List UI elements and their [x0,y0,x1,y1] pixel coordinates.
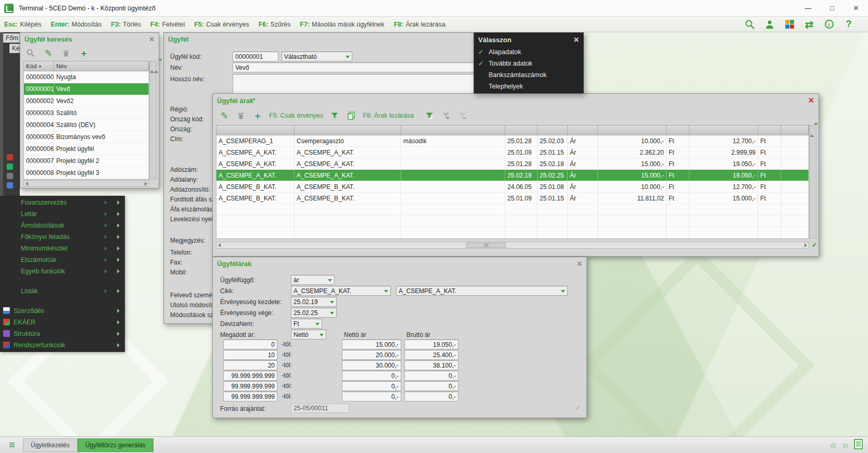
help-icon[interactable]: ? [843,19,854,30]
function-shortcut[interactable]: F4: Felvétel [150,21,185,28]
select-window-close-icon[interactable]: ✕ [573,36,579,44]
tier-net-price-input[interactable] [342,360,401,370]
valid-from-dropdown[interactable]: 25.02.19 [291,297,337,307]
tier-quantity-input[interactable] [223,371,277,381]
transfer-icon[interactable]: ⇄ [803,19,815,30]
add-icon[interactable]: + [79,48,89,58]
menu-item-lists[interactable]: Listák [0,285,125,297]
tier-quantity-input[interactable] [223,350,277,360]
column-header-code[interactable]: Kód [24,61,54,71]
confirm-check-icon[interactable]: ✓ [811,241,818,249]
function-shortcut[interactable]: Esc: Kilépés [4,21,41,28]
customer-search-row[interactable]: 00000008 Projekt ügyfél 3 [24,167,149,179]
tier-net-price-input[interactable] [342,371,401,381]
search-vertical-scrollbar[interactable] [149,61,157,180]
scroll-up-icon[interactable] [810,125,814,137]
menu-item[interactable]: EKÁER [0,317,125,328]
price-column-header[interactable] [781,125,809,135]
user-icon[interactable] [764,19,775,30]
customer-search-row[interactable]: 00000005 Bizományos vevő [24,131,149,143]
filter-apply-icon[interactable] [424,110,435,121]
customer-search-row[interactable]: 00000002 Vevő2 [24,95,149,107]
tier-net-price-input[interactable] [342,381,401,391]
copy-icon[interactable] [346,110,356,121]
scrollbar-thumb[interactable] [466,243,506,248]
navigate-back-icon[interactable]: « [829,439,836,451]
menu-item[interactable]: Minimumkészlet [0,243,125,254]
menu-item[interactable]: Leltár [0,208,125,220]
scroll-right-icon[interactable] [145,182,147,186]
delete-icon[interactable] [61,48,71,58]
add-icon[interactable]: + [252,110,263,121]
menu-item[interactable]: Főkönyvi feladás [0,231,125,243]
tier-quantity-input[interactable] [223,392,277,401]
column-header-name[interactable]: Név [54,61,149,71]
edit-icon[interactable]: ✎ [219,110,229,121]
info-icon[interactable]: i [823,19,835,30]
price-row[interactable]: A_CSEMPE_B_KAT. A_CSEMPE_B_KAT. 24.06.05… [216,181,809,193]
confirm-check-icon[interactable]: ✓ [575,403,581,411]
apps-grid-icon[interactable] [784,19,795,30]
prices-horizontal-scrollbar[interactable] [216,242,809,249]
scroll-up-icon[interactable] [150,61,154,73]
scroll-up-icon[interactable] [154,61,158,73]
given-price-dropdown[interactable]: Nettó [291,330,326,339]
function-shortcut[interactable]: F8: Árak lezárása [394,21,445,28]
search-icon[interactable] [25,48,36,58]
select-option[interactable]: ✓ További adatok [474,58,583,69]
item-code-dropdown[interactable]: A_CSEMPE_A_KAT. [291,286,391,296]
sidebar-mini-icon[interactable] [7,163,13,170]
document-icon[interactable] [854,439,863,451]
minimize-button[interactable]: — [796,0,820,17]
tier-gross-price-input[interactable] [404,350,458,360]
f8-close-prices-button[interactable]: F8: Árak lezárása [363,112,414,119]
menu-item[interactable]: Fuvarszervezés [0,197,125,208]
select-option[interactable]: ✓ Alapadatok [474,46,583,58]
price-row[interactable]: A_CSEMPERAG_1 Csemperagasztó második 25.… [216,135,809,147]
maximize-button[interactable]: □ [820,0,844,17]
customer-search-row[interactable]: 00000007 Projekt ügyfél 2 [24,155,149,167]
prices-window-close-icon[interactable]: ✕ [808,96,814,105]
price-column-header[interactable] [295,125,401,135]
tier-net-price-input[interactable] [342,350,401,360]
function-shortcut[interactable]: F6: Szűrés [259,21,291,28]
filter-icon[interactable] [329,110,340,121]
customer-search-row[interactable]: 00000001 Vevő [24,83,149,95]
tier-gross-price-input[interactable] [404,360,458,370]
search-horizontal-scrollbar[interactable] [23,180,149,187]
tier-gross-price-input[interactable] [404,392,458,401]
price-column-header[interactable] [758,125,781,135]
filter-remove-icon[interactable] [441,110,451,121]
sidebar-mini-icon[interactable] [7,182,13,188]
valid-to-dropdown[interactable]: 25.02.25 [291,308,337,318]
menu-item[interactable]: Szerződés [0,305,125,317]
taskbar-tab[interactable]: Ügyletkezelés [23,438,78,452]
customer-code-input[interactable] [233,52,278,61]
delete-icon[interactable] [236,110,246,121]
price-column-header[interactable] [690,125,758,135]
price-column-header[interactable] [568,125,598,135]
price-row[interactable]: A_CSEMPE_A_KAT. A_CSEMPE_A_KAT. 25.01.09… [216,147,809,158]
search-window-close-icon[interactable]: ✕ [149,35,155,43]
tier-net-price-input[interactable] [342,339,401,349]
scroll-left-icon[interactable] [25,182,28,186]
function-shortcut[interactable]: F3: Törlés [111,21,141,28]
menu-item[interactable]: Struktúra [0,328,125,339]
customer-long-name-input[interactable] [233,74,478,94]
menu-item[interactable]: Rendszerfunkciók [0,339,125,351]
tier-quantity-input[interactable] [223,381,277,391]
editor-window-close-icon[interactable]: ✕ [577,260,582,268]
customer-search-row[interactable]: 00000000 Nyugta [24,71,149,83]
price-row[interactable]: A_CSEMPE_A_KAT. A_CSEMPE_A_KAT. 25.01.28… [216,158,809,170]
customer-dependent-dropdown[interactable]: ár [291,275,335,285]
hamburger-menu-icon[interactable]: ≡ [3,438,21,452]
price-column-header[interactable] [598,125,667,135]
close-window-button[interactable]: ✕ [844,0,868,17]
customer-search-row[interactable]: 00000006 Projekt ügyfél [24,143,149,155]
select-option[interactable]: Bankszámlaszámok [474,69,583,81]
tier-gross-price-input[interactable] [404,371,458,381]
price-column-header[interactable] [401,125,505,135]
prices-vertical-scrollbar[interactable] [809,125,816,238]
tier-gross-price-input[interactable] [404,339,458,349]
price-column-header[interactable] [667,125,690,135]
